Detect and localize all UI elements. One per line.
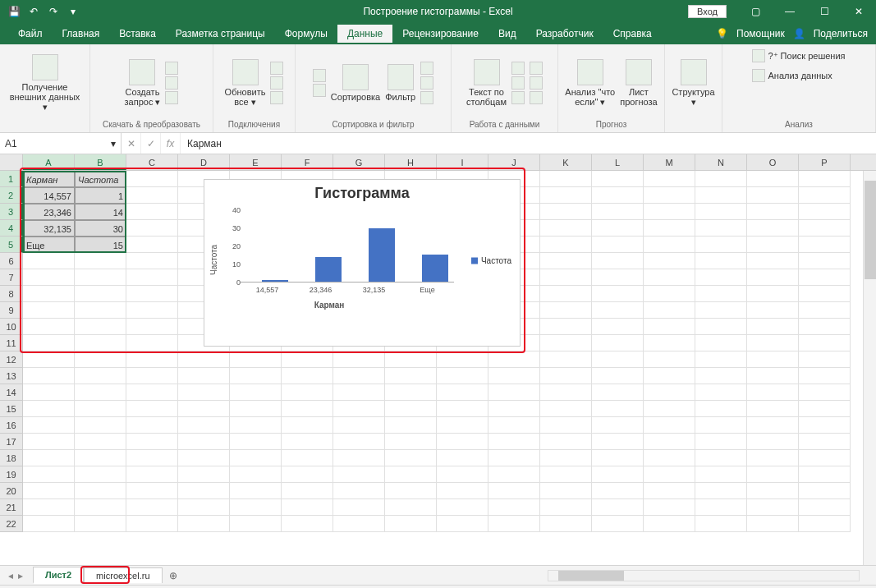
row-header-5[interactable]: 5 — [0, 237, 23, 253]
cell[interactable] — [230, 450, 282, 466]
row-header-18[interactable]: 18 — [0, 450, 23, 466]
cell[interactable] — [437, 417, 488, 434]
cell[interactable] — [540, 351, 592, 368]
cell[interactable] — [644, 286, 695, 302]
cell[interactable] — [540, 237, 592, 253]
row-header-7[interactable]: 7 — [0, 269, 23, 286]
cell[interactable] — [126, 220, 178, 237]
cell[interactable] — [488, 417, 540, 434]
cell[interactable] — [799, 220, 851, 237]
cell[interactable] — [23, 499, 75, 516]
tellme-icon[interactable]: 💡 — [716, 28, 728, 39]
cell[interactable] — [644, 237, 695, 253]
relationships-icon[interactable] — [530, 76, 543, 90]
cell[interactable] — [75, 434, 126, 450]
cell[interactable] — [23, 335, 75, 351]
cell[interactable] — [747, 204, 799, 220]
cell[interactable] — [592, 434, 644, 450]
col-header-a[interactable]: A — [23, 154, 75, 170]
cell[interactable] — [126, 204, 178, 220]
col-header-l[interactable]: L — [592, 154, 644, 170]
cell[interactable] — [75, 253, 126, 269]
row-header-8[interactable]: 8 — [0, 286, 23, 302]
cell[interactable] — [385, 417, 437, 434]
cell[interactable] — [23, 401, 75, 417]
structure-button[interactable]: Структура ▾ — [672, 59, 714, 108]
cell[interactable] — [644, 384, 695, 401]
properties-icon[interactable] — [270, 76, 283, 90]
cell[interactable]: 14 — [75, 204, 126, 220]
cell[interactable] — [126, 351, 178, 368]
sort-az-icon[interactable] — [313, 69, 326, 82]
row-header-10[interactable]: 10 — [0, 319, 23, 335]
col-header-m[interactable]: M — [644, 154, 695, 170]
cell[interactable] — [333, 401, 385, 417]
cell[interactable] — [695, 351, 747, 368]
cell[interactable] — [540, 253, 592, 269]
forecast-sheet-button[interactable]: Лист прогноза — [620, 59, 657, 107]
row-header-19[interactable]: 19 — [0, 466, 23, 483]
connections-icon[interactable] — [270, 62, 283, 75]
cell[interactable] — [75, 499, 126, 516]
cell[interactable] — [282, 384, 333, 401]
tab-layout[interactable]: Разметка страницы — [166, 25, 275, 43]
tab-data[interactable]: Данные — [337, 25, 392, 43]
cell[interactable] — [126, 384, 178, 401]
cell[interactable] — [126, 187, 178, 204]
cell[interactable] — [23, 516, 75, 532]
row-header-6[interactable]: 6 — [0, 253, 23, 269]
cell[interactable] — [747, 401, 799, 417]
cell[interactable] — [230, 384, 282, 401]
col-header-p[interactable]: P — [799, 154, 851, 170]
cell[interactable] — [747, 499, 799, 516]
close-icon[interactable]: ✕ — [842, 0, 876, 23]
cell[interactable] — [799, 237, 851, 253]
cell[interactable] — [75, 417, 126, 434]
name-box[interactable]: A1▾ — [0, 133, 122, 154]
cell[interactable] — [437, 434, 488, 450]
cell[interactable] — [799, 450, 851, 466]
cell[interactable] — [592, 286, 644, 302]
row-header-22[interactable]: 22 — [0, 516, 23, 532]
cell[interactable] — [799, 483, 851, 499]
cell[interactable] — [178, 483, 230, 499]
maximize-icon[interactable]: ☐ — [807, 0, 842, 23]
cell[interactable] — [75, 351, 126, 368]
tab-home[interactable]: Главная — [53, 25, 110, 43]
cell[interactable] — [230, 466, 282, 483]
cell[interactable] — [75, 319, 126, 335]
remove-duplicates-icon[interactable] — [511, 76, 525, 90]
cell[interactable] — [540, 483, 592, 499]
vertical-scrollbar[interactable] — [863, 171, 876, 565]
cell[interactable] — [333, 499, 385, 516]
cell[interactable] — [644, 204, 695, 220]
cell[interactable] — [799, 384, 851, 401]
cell[interactable] — [488, 483, 540, 499]
cell[interactable] — [799, 269, 851, 286]
cell[interactable] — [799, 368, 851, 384]
cell[interactable] — [540, 450, 592, 466]
cell[interactable] — [282, 516, 333, 532]
col-header-i[interactable]: I — [437, 154, 488, 170]
cell[interactable] — [540, 187, 592, 204]
cell[interactable] — [644, 368, 695, 384]
cell[interactable] — [747, 187, 799, 204]
cell[interactable] — [695, 401, 747, 417]
cell[interactable] — [799, 253, 851, 269]
cell[interactable] — [799, 401, 851, 417]
row-header-9[interactable]: 9 — [0, 302, 23, 319]
tab-next-icon[interactable]: ▸ — [18, 570, 23, 581]
cell[interactable] — [540, 368, 592, 384]
cell[interactable] — [385, 434, 437, 450]
cell[interactable] — [488, 401, 540, 417]
cell[interactable] — [178, 417, 230, 434]
cancel-formula-icon[interactable]: ✕ — [122, 133, 141, 154]
tab-insert[interactable]: Вставка — [109, 25, 166, 43]
cell[interactable] — [230, 401, 282, 417]
namebox-dropdown-icon[interactable]: ▾ — [111, 138, 116, 149]
cell[interactable] — [126, 466, 178, 483]
cell[interactable] — [592, 302, 644, 319]
cell[interactable] — [437, 483, 488, 499]
cell[interactable] — [540, 417, 592, 434]
row-header-21[interactable]: 21 — [0, 499, 23, 516]
